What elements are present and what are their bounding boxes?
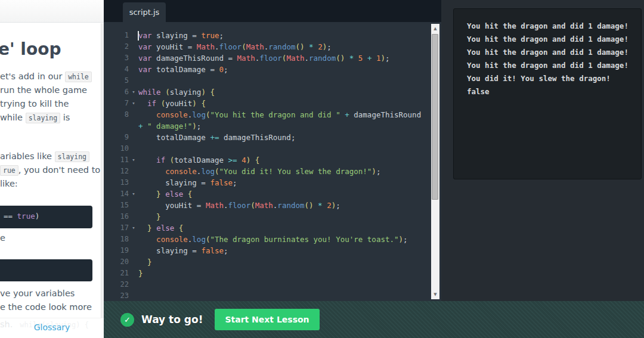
console-output: You hit the dragon and did 1 damage!You … (453, 8, 642, 179)
text-fragment: run the whole game (0, 85, 87, 95)
fold-gutter (129, 120, 138, 132)
success-bar: ✓ Way to go! Start Next Lesson (104, 301, 644, 338)
editor-scrollbar[interactable]: ▲ ▼ (431, 24, 439, 299)
code-text: console.log("You hit the dragon and did … (138, 109, 421, 120)
code-text: var slaying = true; (138, 30, 224, 41)
sidebar-code-text: == true) (0, 206, 92, 221)
line-number: 1 (104, 30, 129, 41)
scrollbar-thumb[interactable] (432, 34, 438, 200)
line-number: 14 (104, 188, 129, 200)
line-number: 8 (104, 109, 129, 120)
success-message: Way to go! (141, 314, 203, 325)
sidebar-text-line: rue, you don't need to (0, 165, 100, 175)
code-text: } else { (138, 188, 192, 200)
line-number: 9 (104, 132, 129, 143)
fold-gutter (129, 30, 138, 41)
code-line: 11▾ if (totalDamage >= 4) { (104, 154, 441, 166)
code-text: } else { (138, 222, 183, 234)
console-line: You hit the dragon and did 1 damage! (467, 33, 641, 46)
code-line: 15 youHit = Math.floor(Math.random() * 2… (104, 200, 441, 211)
code-text: totalDamage += damageThisRound; (138, 132, 295, 143)
line-number: 7 (104, 98, 129, 109)
code-text: if (totalDamage >= 4) { (138, 154, 259, 166)
code-line: 16 } (104, 211, 441, 222)
line-number: 2 (104, 41, 129, 52)
fold-gutter (129, 234, 138, 245)
sidebar-text-line: ariables like slaying (0, 151, 89, 161)
glossary-link[interactable]: Glossary (34, 323, 70, 332)
line-number: 12 (104, 166, 129, 177)
code-text: + " damage!"); (138, 120, 201, 132)
fold-gutter (129, 279, 138, 290)
line-number: 22 (104, 279, 129, 290)
lesson-title: e' loop (0, 39, 61, 59)
fold-arrow-icon[interactable]: ▾ (129, 86, 138, 98)
inline-code-chip: slaying (26, 113, 60, 123)
inline-code-chip: while (65, 72, 92, 82)
code-line: 19 slaying = false; (104, 245, 441, 256)
line-number (104, 120, 129, 132)
code-line: 23 (104, 290, 441, 301)
code-line: 8 console.log("You hit the dragon and di… (104, 109, 441, 120)
fold-gutter (129, 64, 138, 75)
scroll-up-icon[interactable]: ▲ (431, 25, 439, 32)
code-text: var totalDamage = 0; (138, 64, 228, 75)
code-text: console.log("The dragon burninates you! … (138, 234, 408, 245)
console-line: You hit the dragon and did 1 damage! (467, 20, 641, 33)
start-next-lesson-button[interactable]: Start Next Lesson (215, 309, 319, 330)
sidebar-code-block-2 (0, 259, 92, 281)
fold-gutter (129, 109, 138, 120)
sidebar-code-block-1: == true) (0, 206, 92, 228)
sidebar-text-line: like: (0, 179, 18, 188)
code-line: 5 (104, 75, 441, 86)
fold-gutter (129, 143, 138, 154)
code-text: slaying = false; (138, 177, 237, 188)
line-number: 13 (104, 177, 129, 188)
fold-gutter (129, 290, 138, 301)
tab-script-js[interactable]: script.js (123, 2, 166, 22)
code-line: 14▾ } else { (104, 188, 441, 200)
code-editor[interactable]: script.js 1var slaying = true;2var youHi… (104, 0, 441, 301)
editor-tab-bar: script.js (104, 0, 441, 22)
fold-gutter (129, 245, 138, 256)
line-number: 15 (104, 200, 129, 211)
line-number: 11 (104, 154, 129, 166)
code-text: } (138, 211, 161, 222)
code-text: console.log("You did it! You slew the dr… (138, 166, 380, 177)
fold-arrow-icon[interactable]: ▾ (129, 188, 138, 200)
code-line: 7▾ if (youHit) { (104, 98, 441, 109)
fold-gutter (129, 41, 138, 52)
console-line: You did it! You slew the dragon! (467, 72, 641, 85)
code-line: 1var slaying = true; (104, 30, 441, 41)
code-line: 10 (104, 143, 441, 154)
code-line: 13 slaying = false; (104, 177, 441, 188)
fold-arrow-icon[interactable]: ▾ (129, 98, 138, 109)
text-fragment: ariables like (0, 151, 55, 161)
console-line: You hit the dragon and did 1 damage! (467, 46, 641, 59)
scroll-down-icon[interactable]: ▼ (431, 291, 439, 298)
code-line: 3var damageThisRound = Math.floor(Math.r… (104, 52, 441, 64)
sidebar-text-line: while slaying is (0, 113, 70, 122)
code-line: 18 console.log("The dragon burninates yo… (104, 234, 441, 245)
code-text: while (slaying) { (138, 86, 215, 98)
text-fragment: e the code look more (0, 302, 92, 312)
line-number: 6 (104, 86, 129, 98)
code-area[interactable]: 1var slaying = true;2var youHit = Math.f… (104, 22, 441, 301)
fold-gutter (129, 211, 138, 222)
text-fragment: ve your variables (0, 289, 75, 298)
console-line: false (467, 85, 641, 98)
code-text: slaying = false; (138, 245, 228, 256)
line-number: 21 (104, 268, 129, 279)
fold-gutter (129, 200, 138, 211)
code-text: var damageThisRound = Math.floor(Math.ra… (138, 52, 390, 64)
line-number: 4 (104, 64, 129, 75)
code-line: 21} (104, 268, 441, 279)
line-number: 18 (104, 234, 129, 245)
fold-arrow-icon[interactable]: ▾ (129, 222, 138, 234)
sidebar-text-line: run the whole game (0, 85, 87, 95)
line-number: 19 (104, 245, 129, 256)
fold-arrow-icon[interactable]: ▾ (129, 154, 138, 166)
code-text: if (youHit) { (138, 98, 206, 109)
inline-code-chip: rue (0, 165, 18, 176)
code-line: 17▾ } else { (104, 222, 441, 234)
